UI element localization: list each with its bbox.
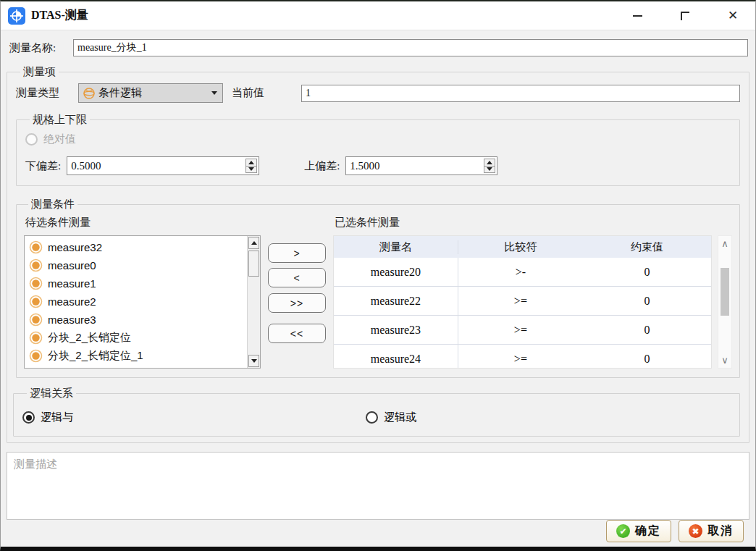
- minimize-icon: [633, 15, 642, 17]
- chevron-up-icon[interactable]: ∧: [718, 239, 731, 248]
- scroll-up-button[interactable]: [248, 237, 259, 249]
- cell-comparator: >-: [458, 266, 583, 279]
- measure-description-textarea[interactable]: [7, 452, 749, 520]
- measure-name-input[interactable]: [73, 39, 748, 56]
- cancel-button-label: 取消: [707, 523, 734, 539]
- move-right-button[interactable]: >: [268, 243, 326, 263]
- scrollbar-thumb[interactable]: [721, 268, 729, 316]
- cell-constraint-value: 0: [583, 295, 711, 308]
- measure-item-group: 测量项 测量类型 条件逻辑 当前值 规格上下限 绝对值: [7, 65, 749, 443]
- window-title: DTAS-测量: [31, 8, 88, 23]
- list-item[interactable]: measure0: [26, 256, 259, 274]
- transfer-buttons-column: > < >> <<: [261, 213, 333, 348]
- scroll-down-button[interactable]: [248, 355, 259, 367]
- list-item[interactable]: measure1: [26, 274, 259, 293]
- list-item-label: measure3: [48, 314, 96, 326]
- chevron-down-icon: [211, 91, 217, 95]
- table-row[interactable]: measure20>-0: [334, 258, 711, 287]
- close-icon: ✕: [728, 9, 738, 22]
- restore-button[interactable]: [673, 7, 697, 25]
- table-header-row: 测量名 比较符 约束值: [334, 236, 711, 258]
- spin-up-button[interactable]: [246, 159, 256, 166]
- measure-conditions-group: 测量条件 待选条件测量 measure32measure0measure1mea…: [16, 198, 740, 378]
- logic-and-radio[interactable]: [22, 411, 35, 424]
- table-row[interactable]: measure23>=0: [334, 316, 711, 345]
- arrow-down-icon: [248, 167, 254, 171]
- absolute-value-radio[interactable]: [25, 133, 38, 146]
- logic-relation-group: 逻辑关系 逻辑与 逻辑或: [13, 387, 740, 437]
- condition-logic-icon: [82, 86, 96, 101]
- title-bar: DTAS-测量 ✕: [1, 1, 755, 30]
- measure-icon: [29, 349, 43, 363]
- spec-limits-group: 规格上下限 绝对值 下偏差: 0.5000 上偏差: 1.5000: [16, 113, 740, 186]
- logic-or-label: 逻辑或: [384, 411, 416, 424]
- selected-measures-table[interactable]: 测量名 比较符 约束值 measure20>-0measure22>=0meas…: [333, 235, 712, 369]
- ok-button[interactable]: ✔ 确定: [606, 520, 671, 542]
- table-scrollbar[interactable]: ∧ ∨: [718, 235, 732, 369]
- close-button[interactable]: ✕: [721, 7, 745, 25]
- list-item[interactable]: measure3: [26, 311, 259, 329]
- cell-constraint-value: 0: [583, 324, 711, 337]
- column-header-name: 测量名: [334, 240, 458, 254]
- table-row[interactable]: measure24>=0: [334, 345, 711, 369]
- arrow-down-icon: [251, 359, 257, 363]
- measure-type-dropdown[interactable]: 条件逻辑: [78, 83, 223, 103]
- upper-deviation-value: 1.5000: [346, 157, 497, 172]
- cell-comparator: >=: [458, 324, 583, 337]
- list-item-label: measure2: [48, 295, 96, 308]
- ok-button-label: 确定: [635, 523, 661, 539]
- column-header-constraint: 约束值: [583, 240, 711, 254]
- cell-constraint-value: 0: [583, 353, 711, 366]
- cell-comparator: >=: [458, 353, 583, 366]
- move-all-left-button[interactable]: <<: [268, 324, 326, 343]
- current-value-input[interactable]: [301, 85, 740, 102]
- lower-deviation-value: 0.5000: [67, 157, 259, 172]
- list-item[interactable]: 分块_2_长销定位: [26, 329, 259, 347]
- measure-icon: [29, 331, 43, 345]
- app-logo-icon: [8, 7, 25, 25]
- move-all-right-button[interactable]: >>: [268, 293, 326, 313]
- x-circle-icon: ✖: [689, 524, 702, 538]
- minimize-button[interactable]: [625, 7, 650, 25]
- measure-type-value: 条件逻辑: [98, 86, 142, 100]
- measure-name-label: 测量名称:: [9, 41, 73, 55]
- cell-measure-name: measure23: [334, 316, 458, 344]
- move-left-button[interactable]: <: [268, 268, 326, 287]
- table-row[interactable]: measure22>=0: [334, 287, 711, 316]
- spin-up-button[interactable]: [484, 159, 495, 166]
- logic-relation-legend: 逻辑关系: [27, 387, 76, 400]
- list-item-label: measure0: [48, 259, 96, 272]
- spin-down-button[interactable]: [246, 166, 256, 173]
- measure-icon: [29, 277, 43, 290]
- available-measures-list[interactable]: measure32measure0measure1measure2measure…: [24, 235, 261, 369]
- absolute-value-label: 绝对值: [43, 133, 76, 146]
- cell-constraint-value: 0: [583, 266, 711, 279]
- upper-deviation-spinbox[interactable]: 1.5000: [345, 156, 497, 175]
- list-item[interactable]: 分块_2_长销定位_1: [26, 347, 259, 365]
- cancel-button[interactable]: ✖ 取消: [679, 520, 744, 542]
- measure-item-legend: 测量项: [20, 65, 59, 79]
- available-measures-label: 待选条件测量: [25, 216, 261, 230]
- measure-icon: [29, 295, 43, 308]
- scrollbar-thumb[interactable]: [248, 251, 259, 277]
- measure-icon: [29, 313, 43, 327]
- dialog-window: DTAS-测量 ✕ 测量名称: 测量项 测量类型 条件逻辑 当前值: [0, 0, 756, 551]
- lower-deviation-label: 下偏差:: [25, 159, 61, 173]
- measure-type-label: 测量类型: [16, 86, 78, 100]
- arrow-up-icon: [487, 161, 492, 164]
- lower-deviation-spinbox[interactable]: 0.5000: [67, 156, 259, 175]
- cell-measure-name: measure20: [334, 258, 458, 286]
- list-item-label: measure1: [48, 277, 96, 290]
- measure-name-row: 测量名称:: [9, 39, 748, 56]
- logic-or-radio[interactable]: [366, 411, 378, 424]
- spin-down-button[interactable]: [484, 166, 495, 173]
- arrow-up-icon: [248, 161, 254, 164]
- list-item[interactable]: measure2: [26, 293, 259, 311]
- selected-measures-label: 已选条件测量: [335, 216, 732, 230]
- list-item-label: measure32: [48, 241, 102, 253]
- arrow-up-icon: [251, 241, 257, 245]
- list-item[interactable]: measure32: [26, 238, 259, 256]
- chevron-down-icon[interactable]: ∨: [718, 356, 731, 365]
- column-header-comparator: 比较符: [458, 240, 583, 254]
- list-scrollbar[interactable]: [247, 236, 260, 368]
